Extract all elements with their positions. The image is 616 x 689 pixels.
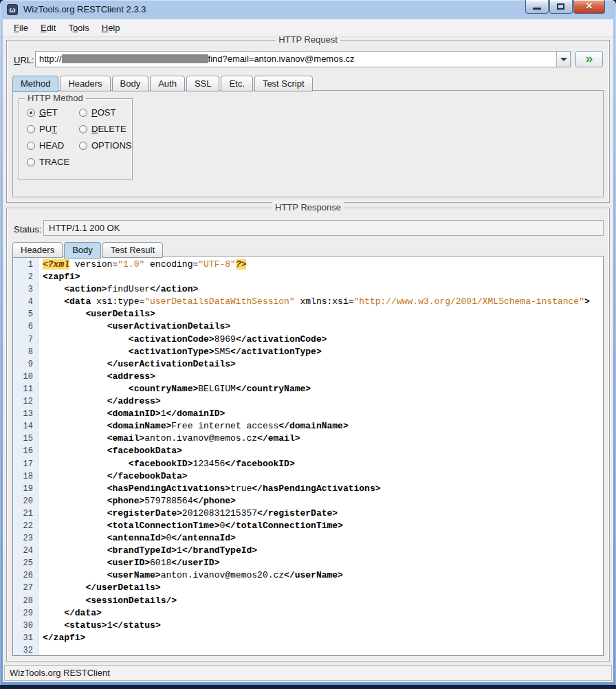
radio-options[interactable]: OPTIONS: [79, 140, 132, 151]
minimize-button[interactable]: [525, 0, 549, 14]
code-line-5: <userDetails>: [43, 308, 590, 320]
code-line-8: <activationType>SMS</activationType>: [43, 346, 590, 358]
radio-label: POST: [91, 107, 116, 118]
radio-icon: [79, 109, 87, 117]
menu-item-tools[interactable]: Tools: [62, 20, 95, 36]
tab-body[interactable]: Body: [112, 76, 149, 91]
http-request-panel: HTTP Request URL: http://find?email=anto…: [6, 40, 610, 203]
code-line-28: <sessionDetails/>: [43, 595, 590, 607]
url-dropdown-button[interactable]: [556, 52, 570, 67]
response-body-editor[interactable]: 1 2 3 4 5 6 7 8 9 10 11 12 13 14 15 16 1…: [12, 256, 604, 656]
close-icon: ✕: [574, 1, 604, 11]
code-line-11: <countryName>BELGIUM</countryName>: [43, 383, 590, 395]
radio-label: OPTIONS: [91, 140, 132, 151]
code-line-23: <antennaId>0</antennaId>: [43, 532, 590, 545]
http-method-group-title: HTTP Method: [25, 93, 86, 103]
url-label: URL:: [14, 55, 34, 65]
code-line-19: <hasPendingActivations>true</hasPendingA…: [43, 483, 590, 495]
radio-label: GET: [39, 107, 58, 118]
tab-etc[interactable]: Etc.: [221, 76, 252, 91]
code-line-25: <userID>6018</userID>: [43, 557, 590, 569]
status-field[interactable]: HTTP/1.1 200 OK: [43, 220, 604, 236]
code-line-27: </userDetails>: [43, 582, 590, 594]
window-controls: ✕: [525, 0, 605, 14]
code-line-7: <activationCode>8969</activationCode>: [43, 333, 590, 346]
response-body-code[interactable]: <?xml version="1.0" encoding="UTF-8"?><z…: [38, 256, 593, 655]
url-value[interactable]: http://find?email=anton.ivanov@memos.cz: [39, 52, 555, 67]
tab-method[interactable]: Method: [12, 76, 58, 92]
http-response-panel-title: HTTP Response: [272, 202, 344, 212]
code-line-29: </data>: [43, 607, 590, 620]
code-line-16: <facebookData>: [43, 445, 590, 457]
code-line-30: <status>1</status>: [43, 620, 590, 632]
client-area: FileEditToolsHelp HTTP Request URL: http…: [3, 19, 613, 682]
app-window: ω WizTools.org RESTClient 2.3.3 ✕ FileEd…: [0, 0, 616, 685]
status-label: Status:: [14, 224, 41, 234]
code-line-31: </zapfi>: [43, 632, 590, 644]
radio-delete[interactable]: DELETE: [79, 124, 132, 134]
code-line-22: <totalConnectionTime>0</totalConnectionT…: [43, 520, 590, 532]
http-request-panel-title: HTTP Request: [276, 34, 340, 45]
minimize-icon: [533, 8, 541, 10]
menu-item-help[interactable]: Help: [96, 20, 126, 36]
menu-item-file[interactable]: File: [8, 20, 34, 36]
response-tabs: HeadersBodyTest Result: [12, 242, 164, 258]
code-line-12: </address>: [43, 395, 590, 408]
code-line-4: <data xsi:type="userDetailsDataWithSessi…: [43, 296, 590, 308]
menu-item-edit[interactable]: Edit: [34, 20, 62, 36]
url-combobox[interactable]: http://find?email=anton.ivanov@memos.cz: [35, 51, 571, 67]
radio-get[interactable]: GET: [27, 107, 79, 118]
status-bar: WizTools.org RESTClient: [4, 665, 612, 681]
wiztools-logo-icon: ω: [7, 4, 18, 15]
send-request-button[interactable]: »: [575, 51, 603, 67]
code-line-3: <action>findUser</action>: [43, 283, 590, 296]
radio-trace[interactable]: TRACE: [27, 157, 79, 167]
code-line-1: <?xml version="1.0" encoding="UTF-8"?>: [43, 259, 590, 271]
radio-head[interactable]: HEAD: [27, 140, 79, 151]
code-line-13: <domainID>1</domainID>: [43, 408, 590, 420]
close-button[interactable]: ✕: [573, 0, 605, 14]
code-line-15: <email>anton.ivanov@memos.cz</email>: [43, 433, 590, 445]
code-line-9: </userActivationDetails>: [43, 358, 590, 371]
http-method-radios: GETPOSTPUTDELETEHEADOPTIONSTRACE: [27, 107, 132, 167]
tab-ssl[interactable]: SSL: [186, 76, 220, 91]
radio-put[interactable]: PUT: [27, 124, 79, 134]
code-line-24: <brandTypeId>1</brandTypeId>: [43, 545, 590, 557]
tab-body[interactable]: Body: [64, 242, 101, 259]
code-line-2: <zapfi>: [43, 271, 590, 283]
url-suffix: find?email=anton.ivanov@memos.cz: [208, 54, 355, 64]
tab-headers[interactable]: Headers: [12, 242, 63, 258]
maximize-icon: [557, 3, 564, 10]
tab-test-result[interactable]: Test Result: [102, 242, 163, 258]
tab-test-script[interactable]: Test Script: [254, 76, 313, 91]
maximize-button[interactable]: [549, 0, 573, 14]
code-line-21: <registerDate>20120831215357</registerDa…: [43, 507, 590, 520]
radio-icon: [79, 125, 87, 133]
code-line-20: <phone>579788564</phone>: [43, 495, 590, 507]
tab-headers[interactable]: Headers: [60, 76, 110, 91]
radio-label: DELETE: [91, 124, 126, 134]
radio-icon: [27, 125, 35, 133]
radio-icon: [27, 142, 35, 150]
code-line-14: <domainName>Free internet access</domain…: [43, 420, 590, 433]
radio-label: PUT: [39, 124, 57, 134]
method-tab-content: HTTP Method GETPOSTPUTDELETEHEADOPTIONST…: [12, 90, 604, 197]
radio-label: TRACE: [39, 157, 69, 167]
code-line-18: </facebookData>: [43, 470, 590, 483]
line-number-gutter: 1 2 3 4 5 6 7 8 9 10 11 12 13 14 15 16 1…: [13, 256, 38, 655]
double-chevron-right-icon: »: [586, 51, 593, 65]
radio-label: HEAD: [39, 140, 64, 151]
radio-post[interactable]: POST: [79, 107, 132, 118]
code-line-17: <facebookID>123456</facebookID>: [43, 458, 590, 470]
window-title: WizTools.org RESTClient 2.3.3: [23, 4, 146, 14]
code-line-26: <userName>anton.ivanov@memos20.cz</userN…: [43, 569, 590, 582]
title-bar[interactable]: ω WizTools.org RESTClient 2.3.3 ✕: [0, 0, 616, 19]
http-response-panel: HTTP Response Status: HTTP/1.1 200 OK He…: [6, 208, 610, 661]
radio-icon: [27, 109, 35, 117]
redacted-url-segment: [62, 54, 208, 63]
tab-auth[interactable]: Auth: [150, 76, 185, 91]
code-line-32: [43, 644, 590, 656]
code-line-10: <address>: [43, 371, 590, 383]
radio-icon: [79, 142, 87, 150]
code-line-6: <userActivationDetails>: [43, 320, 590, 333]
